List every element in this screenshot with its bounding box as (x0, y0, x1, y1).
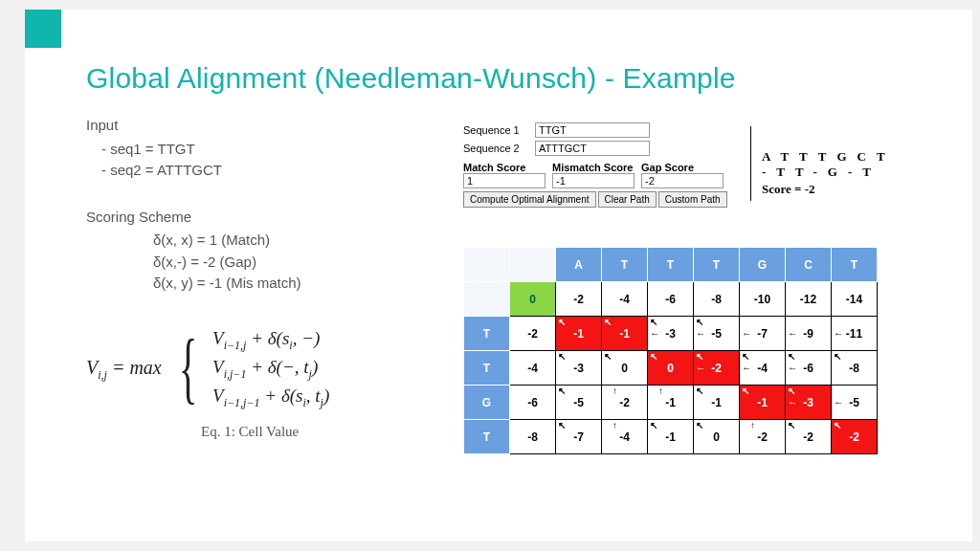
seq1-label: Sequence 1 (463, 124, 535, 136)
matrix-cell[interactable]: ↖←-2 (694, 351, 740, 386)
matrix-cell[interactable]: -4 (510, 351, 556, 386)
matrix-cell[interactable]: -2 (556, 282, 602, 317)
diag-arrow-icon: ↖ (650, 352, 657, 362)
matrix-cell[interactable]: -4 (602, 282, 648, 317)
diag-arrow-icon: ↖ (834, 352, 841, 362)
diag-arrow-icon: ↖ (558, 352, 566, 362)
matrix-cell[interactable]: ↖-1 (602, 317, 648, 351)
matrix-col-header: C (786, 248, 832, 282)
diag-arrow-icon: ↖ (650, 421, 657, 430)
equation-caption: Eq. 1: Cell Value (201, 421, 440, 443)
scoring-mismatch: δ(x, y) = -1 (Mis match) (153, 273, 440, 295)
compute-button[interactable]: Compute Optimal Alignment (463, 191, 596, 208)
matrix-cell[interactable]: -14 (832, 282, 878, 317)
seq1-input[interactable] (535, 122, 650, 138)
mismatch-score-label: Mismatch Score (552, 162, 641, 173)
matrix-cell[interactable]: ←-9 (786, 317, 832, 351)
diag-arrow-icon: ↖ (604, 318, 612, 327)
matrix-cell[interactable]: ↖-1 (694, 386, 740, 420)
divider (750, 126, 751, 201)
dp-matrix: ATTTGCT0-2-4-6-8-10-12-14T-2↖-1↖-1↖←-3↖←… (463, 247, 878, 454)
left-arrow-icon: ← (788, 329, 797, 339)
accent-bar (25, 10, 61, 48)
input-heading: Input (86, 115, 440, 137)
diag-arrow-icon: ↖ (788, 421, 795, 430)
matrix-cell[interactable]: ↖-2 (786, 420, 832, 454)
matrix-cell[interactable]: ↖←-4 (740, 351, 786, 386)
matrix-row-header: T (464, 420, 510, 454)
diag-arrow-icon: ↖ (696, 318, 703, 327)
alignment-row-1: ATTTGCT (762, 149, 896, 165)
alignment-score-value: -2 (805, 182, 815, 196)
matrix-col-header: T (832, 248, 878, 282)
diag-arrow-icon: ↖ (558, 318, 566, 327)
matrix-cell[interactable]: ←-7 (740, 317, 786, 351)
diag-arrow-icon: ↖ (558, 421, 566, 430)
matrix-cell[interactable]: -8 (694, 282, 740, 317)
matrix-col-header: A (556, 248, 602, 282)
input-seq2: - seq2 = ATTTGCT (101, 160, 440, 182)
matrix-cell[interactable]: ↑-4 (602, 420, 648, 454)
matrix-cell[interactable]: ↖-1 (740, 386, 786, 420)
diag-arrow-icon: ↖ (742, 386, 749, 396)
scoring-gap: δ(x,-) = -2 (Gap) (153, 252, 440, 274)
left-arrow-icon: ← (650, 329, 659, 339)
matrix-row-header: T (464, 317, 510, 351)
diag-arrow-icon: ↖ (650, 318, 657, 327)
matrix-cell[interactable]: ↑-1 (648, 386, 694, 420)
diag-arrow-icon: ↖ (558, 386, 566, 396)
diag-arrow-icon: ↖ (834, 421, 841, 430)
seq2-input[interactable] (535, 141, 650, 156)
seq2-label: Sequence 2 (463, 143, 535, 154)
matrix-cell[interactable]: ↖-1 (648, 420, 694, 454)
match-score-label: Match Score (463, 162, 552, 173)
diag-arrow-icon: ↖ (696, 386, 703, 396)
matrix-cell[interactable]: -8 (510, 420, 556, 454)
matrix-cell[interactable]: ←-11 (832, 317, 878, 351)
matrix-cell[interactable]: ↖-2 (832, 420, 878, 454)
alignment-row-2: -TT-G-T (762, 165, 896, 180)
matrix-col-header: T (694, 248, 740, 282)
matrix-cell[interactable]: ↖-7 (556, 420, 602, 454)
matrix-cell[interactable]: -10 (740, 282, 786, 317)
up-arrow-icon: ↑ (612, 386, 617, 396)
matrix-col-header: T (602, 248, 648, 282)
slide-title: Global Alignment (Needleman-Wunsch) - Ex… (86, 62, 736, 95)
left-arrow-icon: ← (834, 329, 843, 339)
matrix-cell[interactable]: ↖←-3 (648, 317, 694, 351)
left-arrow-icon: ← (696, 364, 705, 373)
gap-score-label: Gap Score (641, 162, 730, 173)
matrix-cell[interactable]: ↖0 (694, 420, 740, 454)
matrix-cell[interactable]: ↖0 (648, 351, 694, 386)
matrix-cell[interactable]: ↖←-6 (786, 351, 832, 386)
matrix-cell[interactable]: ↑-2 (602, 386, 648, 420)
custom-path-button[interactable]: Custom Path (658, 191, 727, 208)
matrix-cell[interactable]: ↖←-5 (694, 317, 740, 351)
diag-arrow-icon: ↖ (742, 352, 749, 362)
scoring-match: δ(x, x) = 1 (Match) (153, 230, 440, 252)
matrix-cell[interactable]: ↑-2 (740, 420, 786, 454)
alignment-score-label: Score = (762, 182, 805, 196)
matrix-cell[interactable]: -6 (648, 282, 694, 317)
matrix-row-header: G (464, 386, 510, 420)
matrix-cell[interactable]: ↖0 (602, 351, 648, 386)
matrix-cell[interactable]: -6 (510, 386, 556, 420)
matrix-cell[interactable]: ↖-1 (556, 317, 602, 351)
up-arrow-icon: ↑ (658, 386, 663, 396)
matrix-col-header: G (740, 248, 786, 282)
matrix-cell[interactable]: -12 (786, 282, 832, 317)
equation-block: Vi,j = max { Vi−1,j + δ(si, −) Vi,j−1 + … (86, 325, 440, 443)
matrix-cell[interactable]: ↖-3 (556, 351, 602, 386)
matrix-cell[interactable]: -2 (510, 317, 556, 351)
match-score-input[interactable] (463, 173, 546, 188)
matrix-cell[interactable]: 0 (510, 282, 556, 317)
diag-arrow-icon: ↖ (788, 386, 795, 396)
mismatch-score-input[interactable] (552, 173, 635, 188)
gap-score-input[interactable] (641, 173, 724, 188)
matrix-cell[interactable]: ↖←-3 (786, 386, 832, 420)
matrix-cell[interactable]: ←-5 (832, 386, 878, 420)
up-arrow-icon: ↑ (750, 421, 755, 430)
matrix-cell[interactable]: ↖-5 (556, 386, 602, 420)
clear-path-button[interactable]: Clear Path (598, 191, 657, 208)
matrix-cell[interactable]: ↖-8 (832, 351, 878, 386)
